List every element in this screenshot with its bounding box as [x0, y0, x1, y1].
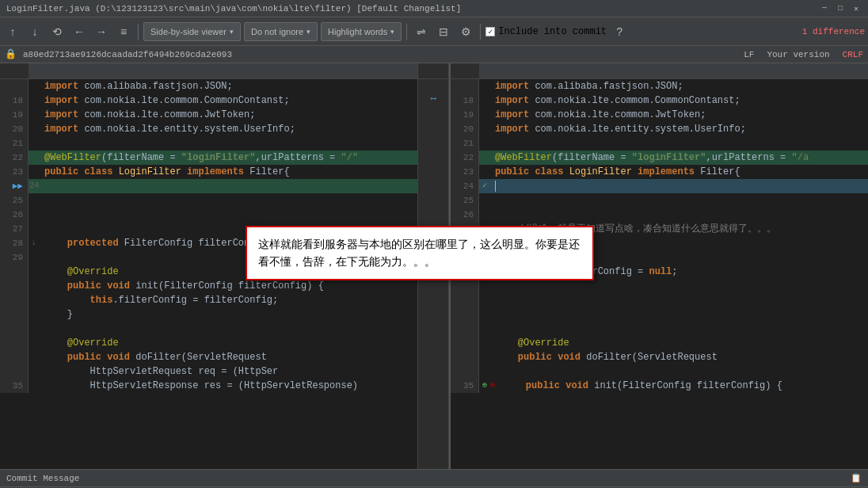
back-button[interactable]: ←: [70, 22, 89, 41]
table-row: 18 import com.nokia.lte.commom.CommonCon…: [451, 93, 868, 108]
diff-count: 1 difference: [802, 27, 865, 36]
settings-button[interactable]: ⚙: [456, 22, 475, 41]
table-row: 21: [451, 136, 868, 151]
gutter-header: [417, 63, 449, 78]
minimize-button[interactable]: ─: [819, 3, 830, 14]
columns-button[interactable]: ⊟: [434, 22, 453, 41]
commit-bar: Commit Message 📋: [0, 469, 868, 486]
title-text: LoginFilter.java (D:\123123123\src\main\…: [6, 4, 819, 13]
next-button[interactable]: ↓: [25, 22, 44, 41]
left-pane-header: [0, 63, 417, 78]
table-row: [0, 322, 417, 336]
ignore-dropdown[interactable]: Do not ignore ▾: [244, 22, 318, 41]
table-row: }: [0, 307, 417, 322]
crlf-badge: CRLF: [843, 50, 863, 59]
title-bar: LoginFilter.java (D:\123123123\src\main\…: [0, 0, 868, 17]
highlight-label: Highlight words: [328, 27, 387, 36]
prev-button[interactable]: ↑: [3, 22, 22, 41]
separator-2: [406, 24, 407, 40]
table-row: ▶▶ 24: [0, 179, 417, 193]
table-row: 19 import com.nokia.lte.commom.JwtToken;: [451, 108, 868, 122]
table-row: public void doFilter(ServletRequest: [0, 350, 417, 364]
viewer-dropdown[interactable]: Side-by-side viewer ▾: [143, 22, 241, 41]
table-row: 22 @WebFilter(filterName = "loginFilter"…: [0, 151, 417, 165]
undo-button[interactable]: ⟲: [48, 22, 67, 41]
table-row: [451, 322, 868, 336]
checkbox-check-icon: ✓: [488, 27, 493, 36]
table-row: 25: [451, 193, 868, 208]
table-row: 20 import com.nokia.lte.entity.system.Us…: [0, 122, 417, 136]
table-row: @Override: [0, 336, 417, 350]
window-controls: ─ □ ✕: [819, 3, 862, 14]
include-commit-checkbox-container[interactable]: ✓ Include into commit: [485, 26, 607, 37]
status-hash: a80ed2713ae9126dcaadad2f6494b269cda2e093: [23, 50, 232, 59]
your-version-label: Your version: [767, 50, 829, 59]
commit-message-label: Commit Message: [6, 474, 79, 483]
gutter-item: ⟷: [431, 93, 436, 103]
table-row: 20 import com.nokia.lte.entity.system.Us…: [451, 122, 868, 136]
lock-icon: 🔒: [5, 48, 17, 60]
status-right: LF Your version CRLF: [744, 50, 863, 59]
tooltip-text: 这样就能看到服务器与本地的区别在哪里了，这么明显。你要是还看不懂，告辞，在下无能…: [258, 238, 580, 268]
include-commit-label: Include into commit: [498, 26, 607, 37]
table-row: [451, 279, 868, 293]
table-row: 26: [0, 208, 417, 222]
viewer-dropdown-arrow: ▾: [230, 28, 234, 36]
scroll-change-indicator: [863, 151, 868, 160]
close-button[interactable]: ✕: [851, 3, 862, 14]
table-row: 25: [0, 193, 417, 208]
table-row: import com.alibaba.fastjson.JSON;: [451, 79, 868, 93]
table-row: 23 public class LoginFilter implements F…: [0, 165, 417, 179]
table-row: 23 public class LoginFilter implements F…: [451, 165, 868, 179]
table-row: 35 HttpServletResponse res = (HttpServle…: [0, 379, 417, 393]
forward-button[interactable]: →: [92, 22, 111, 41]
table-row: public void init(FilterConfig filterConf…: [0, 279, 417, 293]
table-row: [451, 364, 868, 379]
table-row: [451, 307, 868, 322]
status-area: 🔒 a80ed2713ae9126dcaadad2f6494b269cda2e0…: [0, 46, 868, 63]
ignore-dropdown-arrow: ▾: [306, 28, 310, 36]
tooltip-box: 这样就能看到服务器与本地的区别在哪里了，这么明显。你要是还看不懂，告辞，在下无能…: [246, 226, 594, 280]
separator-1: [138, 24, 139, 40]
menu-button[interactable]: ≡: [114, 22, 133, 41]
split-button[interactable]: ⇌: [412, 22, 431, 41]
highlight-dropdown-arrow: ▾: [390, 28, 394, 36]
include-commit-checkbox[interactable]: ✓: [485, 27, 495, 36]
ignore-label: Do not ignore: [251, 27, 303, 36]
table-row: 19 import com.nokia.lte.commom.JwtToken;: [0, 108, 417, 122]
diff-main: import com.alibaba.fastjson.JSON; 18 imp…: [0, 79, 868, 469]
table-row: import com.alibaba.fastjson.JSON;: [0, 79, 417, 93]
commit-icon: 📋: [851, 473, 862, 483]
help-button[interactable]: ?: [610, 22, 629, 41]
table-row: 22 @WebFilter(filterName = "loginFilter"…: [451, 151, 868, 165]
table-row: 26: [451, 208, 868, 222]
table-row: this.filterConfig = filterConfig;: [0, 293, 417, 307]
separator-3: [480, 24, 481, 40]
table-row: 18 import com.nokia.lte.commom.CommonCon…: [0, 93, 417, 108]
table-row: @Override: [451, 336, 868, 350]
highlight-dropdown[interactable]: Highlight words ▾: [321, 22, 402, 41]
lf-badge: LF: [744, 50, 754, 59]
table-row: 24 ✓: [451, 179, 868, 193]
table-row: 21: [0, 136, 417, 151]
table-row: 35 ⊕ ⊖ public void init(FilterConfig fil…: [451, 379, 868, 393]
maximize-button[interactable]: □: [835, 3, 846, 14]
viewer-label: Side-by-side viewer: [150, 27, 227, 36]
table-row: [451, 293, 868, 307]
table-row: HttpServletRequest req = (HttpSer: [0, 364, 417, 379]
toolbar: ↑ ↓ ⟲ ← → ≡ Side-by-side viewer ▾ Do not…: [0, 17, 868, 46]
pane-header-row: [0, 63, 868, 79]
table-row: public void doFilter(ServletRequest: [451, 350, 868, 364]
right-pane-header: [449, 63, 868, 78]
